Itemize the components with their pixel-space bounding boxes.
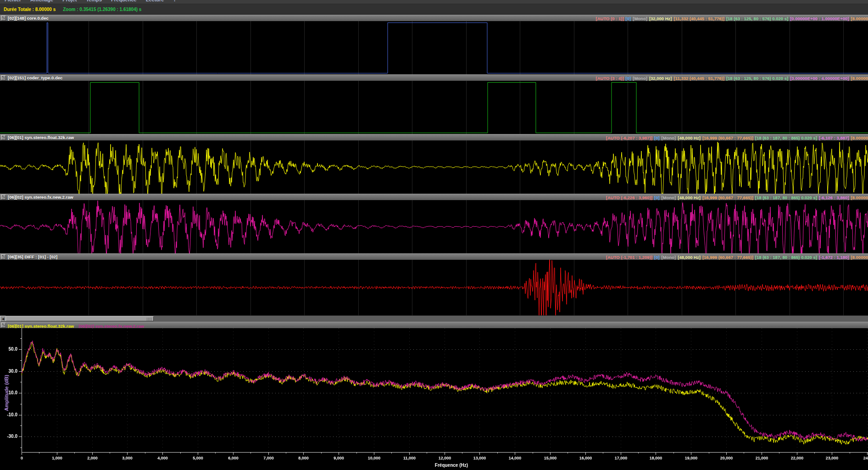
status-segment: [AUTO (-1,701 : 1,209)] — [606, 255, 652, 260]
status-segment: [Mono] — [633, 16, 647, 21]
track-title: [06][35] DIFF : [01] - [02] — [8, 254, 57, 259]
status-segment: [Mono] — [662, 255, 676, 260]
scrollbar-thumb[interactable] — [6, 316, 154, 321]
status-segment: [0.00000E+00 : 1.00000E+00] — [790, 16, 849, 21]
waveform-canvas[interactable] — [0, 200, 868, 253]
status-segment: [18 (63 : 125, 80 : 576) 0.020 s] — [726, 16, 788, 21]
status-segment: [8.00000 — [851, 195, 868, 200]
track-collapse-icon[interactable]: ⤡ — [1, 135, 6, 140]
scrollbar-grip-icon — [147, 318, 151, 321]
status-segment: [8.00000 — [851, 255, 868, 260]
menu-item-temps[interactable]: Temps — [81, 0, 106, 3]
status-segment: [AUTO (0 : 1)] — [596, 16, 624, 21]
menu-item-frquence[interactable]: Fréquence — [106, 0, 141, 3]
menu-item-fichier[interactable]: Fichier — [0, 0, 26, 3]
menu-item-affichage[interactable]: Affichage — [26, 0, 58, 3]
status-segment: [18 (63 : 187, 80 : 865) 0.020 s] — [755, 255, 817, 260]
menu-bar: FichierAffichageProjetTempsFréquenceLect… — [0, 0, 868, 4]
status-segment: [-6,107 : 3,887] — [819, 135, 849, 140]
status-segment: [-1,672 : 1,180] — [819, 255, 849, 260]
spectrum-legend-label-1: [06][02] syn.stereo.fx.new.2.raw — [78, 324, 144, 329]
track-waveform-area-4[interactable] — [0, 260, 868, 315]
status-segment: [AUTO (-6,207 : 3,987)] — [606, 135, 652, 140]
track-title: [02][151] coder_type.0.dec — [8, 75, 62, 80]
track-stack: ⤡[02][148] core.0.dec[AUTO (0 : 1)][0][M… — [0, 15, 868, 315]
status-segment: [0] — [654, 135, 660, 140]
status-segment: [-6,126 : 3,860] — [819, 195, 849, 200]
status-segment: [Mono] — [633, 76, 647, 81]
status-segment: [0] — [626, 16, 631, 21]
menu-item-?[interactable]: ? — [168, 0, 181, 3]
track-header-2[interactable]: ⤡[06][01] syn.stereo.float.32k.raw[AUTO … — [0, 134, 868, 140]
panel-resize-icon[interactable]: ⤡ — [1, 323, 6, 328]
track-status: [AUTO (-6,207 : 3,987)][0][Mono][48,000 … — [604, 134, 868, 140]
status-segment: [8.00000 — [851, 76, 868, 81]
status-segment: [16,999 (60,667 : 77,665)] — [702, 255, 753, 260]
status-segment: [32,000 Hz] — [649, 16, 672, 21]
audio-analysis-window: FichierAffichageProjetTempsFréquenceLect… — [0, 0, 868, 470]
waveform-canvas[interactable] — [0, 81, 868, 134]
track-status: [AUTO (-6,226 : 3,960)][0][Mono][48,000 … — [604, 194, 868, 200]
zoom-range-label: Zoom : 0.35415 (1.26390 : 1.61804) s — [63, 7, 141, 12]
status-segment: [8.00000 — [851, 16, 868, 21]
track-waveform-area-0[interactable] — [0, 21, 868, 74]
track-waveform-area-3[interactable] — [0, 200, 868, 253]
status-segment: [48,000 Hz] — [678, 135, 701, 140]
track-collapse-icon[interactable]: ⤡ — [1, 16, 6, 21]
status-segment: [AUTO (-6,226 : 3,960)] — [606, 195, 652, 200]
track-header-0[interactable]: ⤡[02][148] core.0.dec[AUTO (0 : 1)][0][M… — [0, 15, 868, 21]
track-title: [06][01] syn.stereo.float.32k.raw — [8, 135, 74, 140]
track-status: [AUTO (0 : 1)][0][Mono][32,000 Hz][11,33… — [594, 15, 868, 21]
status-segment: [32,000 Hz] — [649, 76, 672, 81]
track-header-1[interactable]: ⤡[02][151] coder_type.0.dec[AUTO (3 : 4)… — [0, 74, 868, 81]
status-segment: [18 (63 : 187, 80 : 865) 0.020 s] — [755, 195, 817, 200]
track-header-4[interactable]: ⤡[06][35] DIFF : [01] - [02][AUTO (-1,70… — [0, 253, 868, 260]
menu-item-lecture[interactable]: Lecture — [141, 0, 169, 3]
total-duration-label: Durée Totale : 8.00000 s — [4, 7, 56, 12]
track-title: [02][148] core.0.dec — [8, 16, 49, 21]
track-status: [AUTO (-1,701 : 1,209)][0][Mono][48,000 … — [604, 254, 868, 260]
status-segment: [0] — [626, 76, 631, 81]
track-status: [AUTO (3 : 4)][0][Mono][32,000 Hz][11,33… — [594, 75, 868, 81]
spectrum-legend-bar[interactable]: ⤡ [06][01] syn.stereo.float.32k.raw[06][… — [0, 322, 868, 328]
spectrum-legend-label-0: [06][01] syn.stereo.float.32k.raw — [8, 324, 74, 329]
track-collapse-icon[interactable]: ⤡ — [1, 254, 6, 259]
status-segment: [AUTO (3 : 4)] — [596, 76, 624, 81]
status-segment: [11,332 (40,445 : 51,776)] — [674, 76, 724, 81]
track-header-3[interactable]: ⤡[06][02] syn.stereo.fx.new.2.raw[AUTO (… — [0, 194, 868, 200]
spectrum-plot-canvas[interactable] — [0, 328, 868, 468]
waveform-canvas[interactable] — [0, 260, 868, 315]
track-title: [06][02] syn.stereo.fx.new.2.raw — [8, 195, 73, 200]
track-waveform-area-1[interactable] — [0, 81, 868, 134]
horizontal-scrollbar[interactable]: ◀ — [0, 315, 868, 322]
status-segment: [48,000 Hz] — [678, 255, 701, 260]
status-segment: [18 (63 : 187, 80 : 865) 0.020 s] — [755, 135, 817, 140]
status-segment: [16,999 (60,667 : 77,665)] — [702, 135, 753, 140]
waveform-canvas[interactable] — [0, 21, 868, 74]
status-segment: [3.00000E+00 : 4.00000E+00] — [790, 76, 849, 81]
track-collapse-icon[interactable]: ⤡ — [1, 75, 6, 80]
status-segment: [Mono] — [662, 195, 676, 200]
track-collapse-icon[interactable]: ⤡ — [1, 195, 6, 200]
track-waveform-area-2[interactable] — [0, 140, 868, 194]
status-segment: [0] — [654, 195, 660, 200]
waveform-canvas[interactable] — [0, 140, 868, 194]
status-segment: [Mono] — [662, 135, 676, 140]
info-bar: Durée Totale : 8.00000 s Zoom : 0.35415 … — [0, 4, 868, 15]
menu-item-projet[interactable]: Projet — [58, 0, 81, 3]
status-segment: [16,999 (60,667 : 77,665)] — [702, 195, 753, 200]
status-segment: [0] — [654, 255, 660, 260]
status-segment: [8.00000 — [851, 135, 868, 140]
status-segment: [18 (63 : 125, 80 : 576) 0.020 s] — [726, 76, 788, 81]
status-segment: [48,000 Hz] — [678, 195, 701, 200]
spectrum-panel[interactable] — [0, 328, 868, 470]
status-segment: [11,332 (40,445 : 51,776)] — [674, 16, 724, 21]
